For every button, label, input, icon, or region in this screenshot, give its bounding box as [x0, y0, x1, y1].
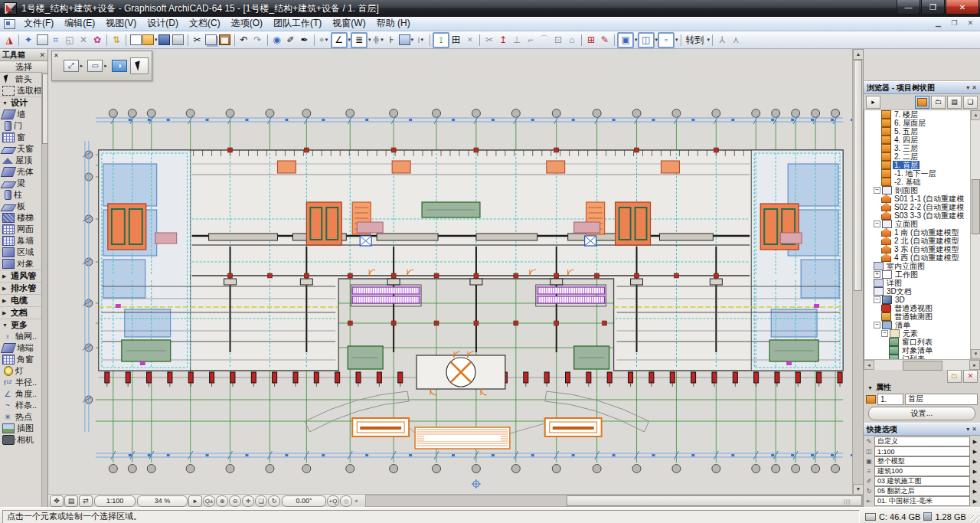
layers-button[interactable]: ▾ — [399, 33, 414, 47]
zoom-menu-button[interactable]: ▸ — [188, 495, 202, 507]
tree-item-18[interactable]: 室内立面图 — [864, 262, 971, 270]
find-select-button[interactable]: ◉ — [270, 33, 284, 47]
toolbox-item-1[interactable]: 选取框 — [0, 85, 47, 96]
elevate-tool-button[interactable]: ⌂ — [565, 33, 579, 47]
scale-chip[interactable]: 1:100 — [94, 495, 136, 507]
redo-button[interactable]: ↷ — [251, 33, 265, 47]
split-tool-button[interactable]: ✂ — [482, 33, 496, 47]
paste-button[interactable] — [218, 33, 232, 47]
toolbox-item-17[interactable]: ▶通风管 — [0, 270, 47, 282]
explore-model-button[interactable]: ⅄ — [715, 33, 729, 47]
properties-section[interactable]: ▼ 属性 — [864, 382, 980, 393]
fillet-tool-button[interactable]: ⌐ — [524, 33, 537, 47]
tree-item-4[interactable]: 3. 三层 — [864, 144, 971, 152]
toolbox-item-20[interactable]: ▶文档 — [0, 306, 47, 319]
toolbox-item-31[interactable]: 相机 — [0, 434, 47, 446]
menu-item-1[interactable]: 编辑(E) — [59, 16, 100, 31]
toolbox-item-24[interactable]: 角窗 — [0, 354, 47, 365]
new-file-button[interactable] — [129, 33, 142, 47]
drawing-horizontal-scrollbar[interactable]: ||| — [365, 495, 863, 507]
tree-item-26[interactable]: −元素 — [864, 329, 971, 338]
walk-mode-button[interactable]: ⋏ — [729, 33, 743, 47]
floating-toolbar-close-icon[interactable]: ✕ — [54, 53, 59, 59]
tree-item-7[interactable]: -1. 地下一层 — [864, 169, 971, 178]
menu-item-3[interactable]: 设计(D) — [142, 16, 184, 31]
toolbox-item-2[interactable]: ▼设计 — [0, 96, 47, 109]
toolbox-item-6[interactable]: 天窗 — [0, 143, 47, 155]
minimize-button[interactable]: — — [897, 0, 920, 15]
navigator-preview-button[interactable]: ⇄ — [79, 495, 93, 507]
toolbox-item-18[interactable]: ▶排水管 — [0, 282, 47, 294]
mdi-close-button[interactable]: ✕ — [964, 18, 977, 28]
marquee-tool-button[interactable]: ▭▸ — [86, 58, 109, 74]
publisher-tab-button[interactable]: ❏ — [963, 96, 978, 109]
profile-manager-button[interactable]: ⌗ — [49, 33, 63, 47]
fit-in-window-button[interactable]: ❏ — [255, 495, 267, 507]
cutting-plane-button[interactable]: ∠ — [331, 32, 348, 48]
tree-item-29[interactable]: 门列表 — [864, 355, 971, 359]
pick-up-parameters-button[interactable]: ✒ — [298, 33, 312, 47]
markup-entry-button[interactable]: ⊞ — [584, 33, 598, 47]
toolbox-item-3[interactable]: 墙 — [0, 109, 47, 120]
tree-item-21[interactable]: 3D文档 — [864, 287, 971, 296]
tree-item-15[interactable]: 2 北 (自动重建模型 — [864, 237, 971, 245]
zoom-out-button[interactable]: ⊖ — [229, 495, 241, 507]
save-button[interactable] — [158, 33, 172, 47]
tree-item-5[interactable]: 2. 二层 — [864, 152, 971, 161]
quick-option-2[interactable]: ▣整个模型▶ — [865, 456, 978, 466]
resize-grip[interactable] — [970, 515, 979, 523]
element-settings-button[interactable] — [35, 33, 49, 47]
delete-viewpoint-button[interactable]: ✕ — [963, 370, 978, 383]
menu-item-4[interactable]: 文档(C) — [184, 16, 226, 31]
mdi-restore-button[interactable]: ❐ — [948, 18, 961, 28]
toolbox-item-7[interactable]: 屋顶 — [0, 155, 47, 166]
delete-settings-button[interactable]: ✕ — [77, 33, 90, 47]
toolbox-item-15[interactable]: 区域 — [0, 247, 47, 258]
quick-options-close-icon[interactable]: ✕ — [972, 426, 977, 433]
copy-button[interactable] — [204, 33, 218, 47]
model-view-options-button[interactable]: ✥ — [50, 495, 64, 507]
layout-book-tab-button[interactable]: ▤ — [947, 96, 962, 109]
tracker-close-button[interactable]: ✕ — [463, 33, 477, 47]
maximize-button[interactable]: ❐ — [921, 0, 945, 15]
toolbox-item-21[interactable]: ▼更多 — [0, 319, 47, 331]
tree-item-27[interactable]: 窗口列表 — [864, 338, 971, 346]
info-button[interactable]: ı▾ — [413, 33, 427, 47]
quick-option-1[interactable]: ◫1:100▶ — [865, 446, 978, 456]
menu-item-0[interactable]: 文件(F) — [18, 16, 59, 31]
suspend-groups-button[interactable]: ⌖▾ — [317, 33, 331, 47]
tree-item-12[interactable]: S03 3-3 (自动重建模 — [864, 211, 971, 220]
toolbox-item-27[interactable]: ∠角度.. — [0, 388, 47, 400]
toolbox-item-28[interactable]: ~样条.. — [0, 400, 47, 411]
tree-item-0[interactable]: 7. 楼层 — [864, 110, 971, 119]
tree-item-28[interactable]: 对象清单 — [864, 346, 971, 355]
pan-button[interactable]: ✛ — [242, 495, 254, 507]
tree-item-14[interactable]: 1 南 (自动重建模型 — [864, 228, 971, 237]
tree-item-9[interactable]: −剖面图 — [864, 186, 971, 194]
drawing-area[interactable]: ✕ ⤢▸ ▭▸ ◑ ▲ ▼ ✥ ▤ ⇄ 1:100 34 % ▸ Q± ⊕ ⊖ … — [48, 49, 863, 507]
project-chooser-button[interactable]: ▸ — [866, 96, 880, 109]
drawing-vertical-scrollbar[interactable]: ▲ ▼ — [852, 49, 863, 495]
chamfer-tool-button[interactable]: ⌒ — [537, 33, 551, 47]
cut-button[interactable]: ✂ — [191, 33, 204, 47]
toolbox-item-16[interactable]: 对象 — [0, 258, 47, 270]
next-zoom-button[interactable]: ◍ — [340, 495, 352, 507]
layout-book-button[interactable]: ▫ — [658, 32, 675, 48]
tree-item-17[interactable]: 4 西 (自动重建模型 — [864, 253, 971, 262]
tree-item-3[interactable]: 4. 四层 — [864, 136, 971, 144]
tree-item-20[interactable]: 详图 — [864, 279, 971, 287]
open-file-button[interactable]: ▾ — [142, 33, 158, 47]
resize-tool-button[interactable]: ⊡ — [551, 33, 565, 47]
publisher-button[interactable]: ◫ — [638, 32, 655, 48]
adjust-tool-button[interactable]: ↥ — [496, 33, 510, 47]
zoom-in-button[interactable]: ⊕ — [216, 495, 228, 507]
tree-item-25[interactable]: −清单 — [864, 321, 971, 329]
toolbox-item-30[interactable]: 插图 — [0, 423, 47, 434]
trim-tool-button[interactable]: ⊥ — [510, 33, 524, 47]
tree-item-1[interactable]: 6. 屋面层 — [864, 119, 971, 127]
toolbox-item-12[interactable]: 楼梯 — [0, 212, 47, 224]
floor-plan-canvas[interactable] — [48, 49, 853, 495]
archicad-settings-button[interactable]: ◮ — [2, 33, 16, 47]
quick-option-6[interactable]: ⇤01. 中国标注-毫米▶ — [865, 496, 978, 506]
rotate-view-button[interactable]: ↻ — [268, 495, 280, 507]
